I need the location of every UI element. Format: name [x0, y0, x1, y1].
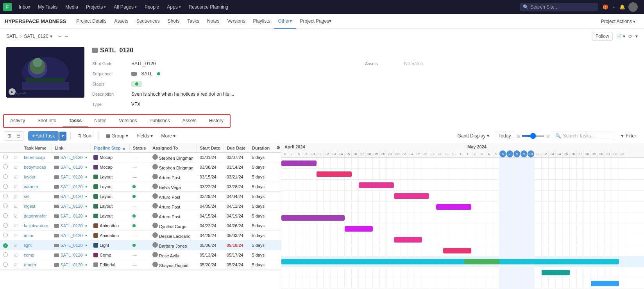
tab-assets[interactable]: Assets — [176, 115, 203, 127]
row-action[interactable] — [273, 241, 281, 250]
grid-view-button[interactable]: ⊞ — [5, 131, 14, 141]
gantt-bar[interactable] — [542, 270, 570, 275]
row-expand-cell[interactable]: ☑ — [11, 211, 21, 221]
row-task-name[interactable]: facialcapture — [21, 221, 51, 231]
nav-my-tasks[interactable]: My Tasks — [35, 3, 61, 11]
gantt-bar[interactable] — [317, 171, 352, 177]
row-expand-cell[interactable]: ☑ — [11, 202, 21, 211]
row-assigned[interactable]: Stephen Dingman — [149, 153, 197, 162]
row-expand-cell[interactable]: ☑ — [11, 172, 21, 182]
col-pipeline-step[interactable]: Pipeline Step ▲ — [90, 143, 129, 153]
row-task-name[interactable]: layout — [21, 172, 51, 182]
row-action[interactable] — [273, 221, 281, 231]
zoom-slider[interactable] — [521, 135, 545, 137]
row-assigned[interactable]: Arturo Post — [149, 172, 197, 182]
row-expand-cell[interactable]: ☑ — [11, 231, 21, 241]
col-start-date[interactable]: Start Date — [197, 143, 224, 153]
gantt-bar[interactable] — [436, 204, 471, 210]
search-tasks-input[interactable]: 🔍 Search Tasks... — [552, 132, 614, 140]
play-button[interactable]: ▶ — [9, 88, 16, 95]
refresh-icon[interactable]: ⟳ — [628, 34, 632, 39]
tab-history[interactable]: History — [203, 115, 230, 127]
gantt-bar[interactable] — [394, 237, 422, 243]
more-options-icon[interactable]: ▾ — [635, 34, 638, 39]
filter-button[interactable]: ▼ Filter — [617, 132, 639, 140]
row-expand-cell[interactable]: ☑ — [11, 182, 21, 192]
row-task-name[interactable]: anim — [21, 231, 51, 241]
project-nav-other[interactable]: Other ▾ — [274, 14, 296, 29]
row-select-cell[interactable] — [0, 153, 11, 162]
tab-shot-info[interactable]: Shot Info — [31, 115, 63, 127]
project-nav-details[interactable]: Project Details — [72, 14, 110, 29]
row-action[interactable] — [273, 162, 281, 172]
row-select-cell[interactable] — [0, 172, 11, 182]
row-select-cell[interactable] — [0, 221, 11, 231]
breadcrumb-parent[interactable]: SATL — [6, 34, 18, 39]
row-link[interactable]: SATL_0120 ● — [51, 153, 90, 162]
project-actions-button[interactable]: Project Actions ▾ — [597, 17, 639, 26]
row-expand-cell[interactable]: ☑ — [11, 162, 21, 172]
gantt-bar[interactable] — [281, 259, 619, 264]
sort-button[interactable]: ⇅ Sort — [75, 132, 95, 140]
row-expand-cell[interactable]: ☑ — [11, 260, 21, 270]
group-button[interactable]: ▦ Group ▾ — [103, 132, 131, 140]
row-link[interactable]: SATL_0120 ● — [51, 162, 90, 172]
row-select-cell[interactable] — [0, 202, 11, 211]
more-button[interactable]: More ▾ — [158, 132, 179, 140]
row-task-name[interactable]: light — [21, 241, 51, 250]
row-action[interactable] — [273, 192, 281, 202]
tab-tasks[interactable]: Tasks — [63, 115, 88, 127]
gantt-bar[interactable] — [281, 161, 317, 166]
project-nav-notes[interactable]: Notes — [203, 14, 223, 29]
row-expand-cell[interactable]: ☑ — [11, 153, 21, 162]
user-avatar[interactable] — [628, 2, 638, 12]
row-assigned[interactable]: Dessie Lackland — [149, 231, 197, 241]
row-action[interactable] — [273, 172, 281, 182]
row-action[interactable] — [273, 231, 281, 241]
document-icon[interactable]: 📄 ▾ — [616, 34, 625, 39]
row-select-cell[interactable] — [0, 192, 11, 202]
fields-button[interactable]: Fields ▾ — [134, 132, 156, 140]
row-assigned[interactable]: Stephen Dingman — [149, 162, 197, 172]
plus-icon[interactable]: ＋ — [612, 4, 616, 11]
gantt-bar[interactable] — [359, 182, 394, 188]
row-task-name[interactable]: facemocap — [21, 153, 51, 162]
col-duration[interactable]: Duration — [249, 143, 273, 153]
add-task-chevron[interactable]: ▾ — [59, 132, 66, 141]
row-expand-cell[interactable]: ☑ — [11, 241, 21, 250]
tab-publishes[interactable]: Publishes — [143, 115, 176, 127]
row-action[interactable] — [273, 260, 281, 270]
gantt-bar[interactable] — [345, 226, 373, 232]
row-task-name[interactable]: comp — [21, 250, 51, 260]
col-assigned-to[interactable]: Assigned To — [149, 143, 197, 153]
row-task-name[interactable]: ingest — [21, 202, 51, 211]
row-task-name[interactable]: set — [21, 192, 51, 202]
row-task-name[interactable]: camera — [21, 182, 51, 192]
row-select-cell[interactable] — [0, 211, 11, 221]
nav-resource-planning[interactable]: Resource Planning — [186, 3, 231, 11]
add-task-button[interactable]: + Add Task — [28, 131, 59, 141]
row-select-cell[interactable] — [0, 250, 11, 260]
tab-notes[interactable]: Notes — [88, 115, 113, 127]
row-assigned[interactable]: Arturo Post — [149, 192, 197, 202]
project-nav-assets[interactable]: Assets — [111, 14, 132, 29]
col-task-name[interactable]: Task Name — [21, 143, 51, 153]
row-assigned[interactable]: Shayna Duguid — [149, 260, 197, 270]
nav-inbox[interactable]: Inbox — [16, 3, 33, 11]
nav-all-pages[interactable]: All Pages ▾ — [111, 3, 140, 11]
row-link[interactable]: SATL_0120 ● — [51, 260, 90, 270]
row-link[interactable]: SATL_0120 ● — [51, 182, 90, 192]
project-nav-tasks[interactable]: Tasks — [183, 14, 203, 29]
gantt-bar[interactable] — [394, 193, 429, 199]
row-select-cell[interactable] — [0, 260, 11, 270]
row-link[interactable]: SATL_0120 ● — [51, 250, 90, 260]
row-action[interactable] — [273, 202, 281, 211]
row-assigned[interactable]: Barbara Jones — [149, 241, 197, 250]
row-link[interactable]: SATL_0120 ● — [51, 231, 90, 241]
nav-apps[interactable]: Apps ▾ — [164, 3, 184, 11]
bell-icon[interactable]: 🔔 — [619, 4, 625, 10]
row-assigned[interactable]: Arturo Post — [149, 211, 197, 221]
project-nav-playlists[interactable]: Playlists — [249, 14, 274, 29]
col-status[interactable]: Status — [129, 143, 149, 153]
row-task-name[interactable]: datatransfer — [21, 211, 51, 221]
